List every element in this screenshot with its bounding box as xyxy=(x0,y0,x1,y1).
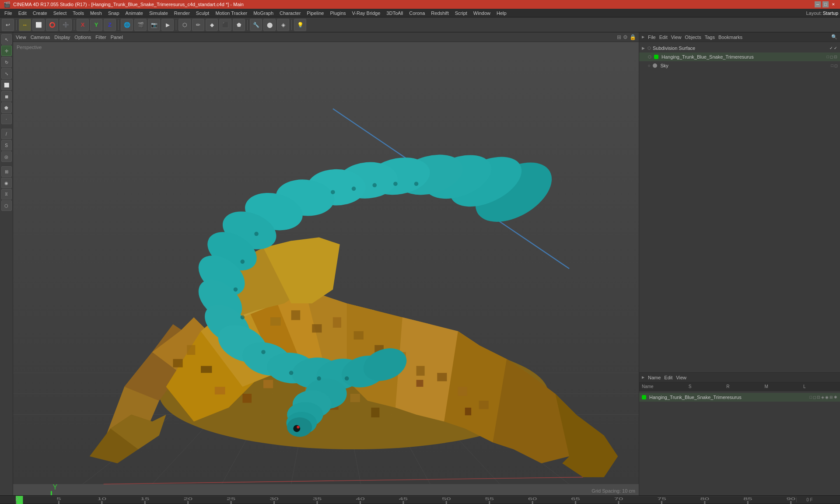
menu-edit[interactable]: Edit xyxy=(16,10,29,17)
render-region-button[interactable]: 🎬 xyxy=(134,19,147,31)
obj-search-icon[interactable]: 🔍 xyxy=(831,34,837,40)
move-tool-button[interactable]: ↔ xyxy=(19,19,31,31)
pencil-button[interactable]: ✏ xyxy=(192,19,204,31)
extrude-button[interactable]: ⬛ xyxy=(219,19,231,31)
viewport-menu-panel[interactable]: Panel xyxy=(111,35,123,40)
obj-vis1-icon[interactable]: ✓ xyxy=(830,46,833,50)
attr-i5[interactable]: ◉ xyxy=(825,395,829,399)
obj-h-icon2[interactable]: ◻ xyxy=(830,55,833,59)
grid-tool[interactable]: ⊞ xyxy=(1,166,12,177)
attr-hanging-trunk-item[interactable]: Hanging_Trunk_Blue_Snake_Trimeresurus □ … xyxy=(639,393,840,402)
paint-tool[interactable]: ◎ xyxy=(1,151,12,162)
sphere-mode-button[interactable]: ⭕ xyxy=(46,19,58,31)
world-axis-button[interactable]: 🌐 xyxy=(121,19,133,31)
magnet-button[interactable]: ⬤ xyxy=(263,19,276,31)
attr-i2[interactable]: ◻ xyxy=(813,395,816,399)
object-select-tool[interactable]: ⬜ xyxy=(1,80,12,90)
attr-menu-name[interactable]: Name xyxy=(648,375,661,380)
edge-tool[interactable]: ⬟ xyxy=(1,102,12,113)
render-to-pic-button[interactable]: 📷 xyxy=(148,19,160,31)
attr-i3[interactable]: ⊡ xyxy=(817,395,820,399)
obj-s-icon2[interactable]: ◻ xyxy=(834,63,837,68)
viewport-menu-view[interactable]: View xyxy=(16,35,26,40)
timeline-marks-area[interactable]: 0 5 10 15 20 25 30 35 40 45 50 xyxy=(16,496,796,504)
menu-redshift[interactable]: Redshift xyxy=(428,10,451,17)
object-mode-button[interactable]: ⬜ xyxy=(32,19,45,31)
viewport-lock-icon[interactable]: 🔒 xyxy=(630,34,636,40)
minimize-button[interactable]: ─ xyxy=(815,1,821,7)
scale-tool[interactable]: ⤡ xyxy=(1,68,12,79)
maximize-button[interactable]: □ xyxy=(822,1,829,7)
obj-menu-view[interactable]: View xyxy=(671,35,682,40)
wrap-tool[interactable]: ⬡ xyxy=(1,200,12,211)
obj-menu-edit[interactable]: Edit xyxy=(659,35,668,40)
viewport-menu-filter[interactable]: Filter xyxy=(95,35,106,40)
menu-sculpt[interactable]: Sculpt xyxy=(193,10,212,17)
attr-menu-edit[interactable]: Edit xyxy=(664,375,672,380)
light-button[interactable]: 💡 xyxy=(294,19,306,31)
attr-i4[interactable]: ◈ xyxy=(821,395,824,399)
menu-select[interactable]: Select xyxy=(51,10,70,17)
obj-hanging-trunk[interactable]: ⬡ Hanging_Trunk_Blue_Snake_Trimeresurus … xyxy=(639,52,840,61)
obj-vis2-icon[interactable]: ✓ xyxy=(834,46,837,50)
close-button[interactable]: ✕ xyxy=(830,1,836,7)
menu-tools[interactable]: Tools xyxy=(70,10,87,17)
pen-tool[interactable]: / xyxy=(1,129,12,139)
obj-s-icon1[interactable]: □ xyxy=(831,63,833,68)
attr-i6[interactable]: ⊞ xyxy=(830,395,833,399)
perspective-button[interactable]: ⬡ xyxy=(178,19,191,31)
obj-menu-file[interactable]: File xyxy=(648,35,656,40)
menu-file[interactable]: File xyxy=(2,10,15,17)
menu-mograph[interactable]: MoGraph xyxy=(251,10,276,17)
menu-3dtoall[interactable]: 3DToAll xyxy=(384,10,406,17)
menu-animate[interactable]: Animate xyxy=(123,10,146,17)
y-axis-button[interactable]: Y xyxy=(90,19,102,31)
knife-button[interactable]: ⬟ xyxy=(233,19,245,31)
obj-menu-tags[interactable]: Tags xyxy=(705,35,715,40)
menu-script[interactable]: Script xyxy=(452,10,470,17)
menu-mesh[interactable]: Mesh xyxy=(88,10,105,17)
add-button[interactable]: ➕ xyxy=(60,19,72,31)
viewport-settings-icon[interactable]: ⚙ xyxy=(623,34,628,40)
brush-tool[interactable]: S xyxy=(1,140,12,150)
obj-sky[interactable]: ○ Sky □ ◻ xyxy=(639,61,840,70)
menu-plugins[interactable]: Plugins xyxy=(327,10,348,17)
viewport-menu-cameras[interactable]: Cameras xyxy=(31,35,50,40)
z-axis-button[interactable]: Z xyxy=(104,19,116,31)
polygon-tool[interactable]: ◼ xyxy=(1,91,12,102)
obj-subdivision-surface[interactable]: ▶ ⬡ Subdivision Surface ✓ ✓ xyxy=(639,44,840,52)
deform-tool[interactable]: ⧖ xyxy=(1,189,12,200)
obj-menu-bookmarks[interactable]: Bookmarks xyxy=(718,35,742,40)
viewport-3d[interactable]: X Y Z Perspective Grid Spacing: 10 cm xyxy=(13,42,639,495)
instance-button[interactable]: ◈ xyxy=(277,19,289,31)
menu-character[interactable]: Character xyxy=(277,10,303,17)
select-tool[interactable]: ↖ xyxy=(1,34,12,45)
attr-i7[interactable]: ✱ xyxy=(834,395,837,399)
render-view-button[interactable]: ▶ xyxy=(161,19,174,31)
rotate-tool[interactable]: ↻ xyxy=(1,57,12,67)
menu-vray[interactable]: V-Ray Bridge xyxy=(350,10,383,17)
menu-pipeline[interactable]: Pipeline xyxy=(304,10,326,17)
menu-motiontracker[interactable]: Motion Tracker xyxy=(213,10,250,17)
x-axis-button[interactable]: X xyxy=(77,19,89,31)
undo-button[interactable]: ↩ xyxy=(2,19,14,31)
polygon-button[interactable]: ◆ xyxy=(206,19,218,31)
menu-window[interactable]: Window xyxy=(471,10,493,17)
viewport-menu-options[interactable]: Options xyxy=(74,35,91,40)
menu-help[interactable]: Help xyxy=(494,10,509,17)
attr-menu-view[interactable]: View xyxy=(676,375,686,380)
viewport-menu-display[interactable]: Display xyxy=(54,35,70,40)
snap-button[interactable]: 🔧 xyxy=(250,19,262,31)
menu-snap[interactable]: Snap xyxy=(105,10,122,17)
magnet-tool[interactable]: ◉ xyxy=(1,178,12,188)
point-tool[interactable]: · xyxy=(1,114,12,124)
obj-h-icon1[interactable]: □ xyxy=(827,55,829,59)
title-bar-controls[interactable]: ─ □ ✕ xyxy=(815,1,836,7)
menu-create[interactable]: Create xyxy=(30,10,50,17)
attr-i1[interactable]: □ xyxy=(810,395,812,399)
menu-corona[interactable]: Corona xyxy=(406,10,427,17)
menu-render[interactable]: Render xyxy=(172,10,192,17)
menu-simulate[interactable]: Simulate xyxy=(147,10,171,17)
obj-menu-objects[interactable]: Objects xyxy=(685,35,701,40)
viewport-expand-icon[interactable]: ⊞ xyxy=(617,34,621,40)
